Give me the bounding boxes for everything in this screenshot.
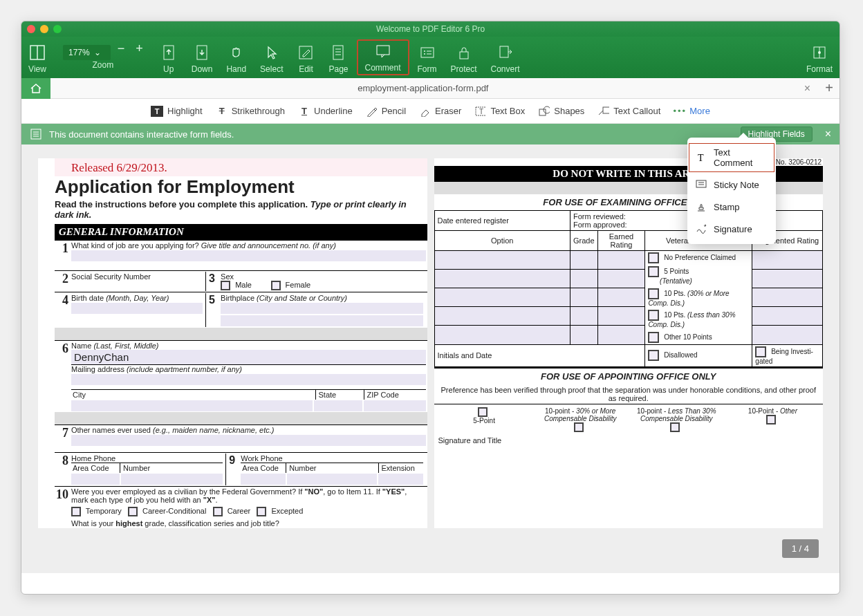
page-icon (329, 44, 347, 62)
form-button[interactable]: Form (411, 37, 444, 78)
edit-icon (297, 44, 315, 62)
convert-button[interactable]: Convert (484, 37, 527, 78)
male-checkbox[interactable] (221, 281, 230, 290)
p10b-cb[interactable] (670, 422, 680, 432)
eraser-tool[interactable]: Eraser (420, 106, 461, 117)
hand-button[interactable]: Hand (219, 37, 253, 78)
highlight-icon: T (151, 106, 163, 117)
svg-point-19 (818, 51, 821, 54)
tab-bar: employment-application-form.pdf × + (21, 78, 839, 99)
form-icon (418, 44, 436, 62)
zoom-in-button[interactable]: + (131, 41, 147, 56)
textbox-icon: T (475, 106, 486, 117)
close-banner-button[interactable]: × (819, 128, 831, 140)
pencil-icon (366, 106, 378, 117)
svg-point-23 (544, 106, 550, 113)
being-cb[interactable] (755, 346, 766, 357)
text-comment-item[interactable]: T Text Comment (687, 142, 776, 174)
format-icon (810, 44, 828, 62)
pencil-tool[interactable]: Pencil (366, 106, 406, 117)
callout-tool[interactable]: Text Callout (598, 106, 660, 117)
eraser-icon (420, 106, 431, 117)
career-cond-checkbox[interactable] (128, 507, 138, 516)
stamp-item[interactable]: Stamp (687, 196, 776, 218)
home-icon (30, 83, 42, 94)
window-title: Welcome to PDF Editor 6 Pro (21, 24, 839, 34)
doc-title: Application for Employment (38, 176, 427, 198)
p10a-cb[interactable] (574, 422, 584, 432)
general-info-header: GENERAL INFORMATION (55, 224, 427, 240)
document-icon (30, 129, 42, 140)
female-checkbox[interactable] (271, 281, 281, 290)
vp-other10[interactable] (648, 332, 659, 343)
signature-item[interactable]: Signature (687, 218, 776, 240)
svg-rect-10 (421, 48, 434, 57)
zoom-select[interactable]: 177%⌄ (63, 45, 111, 60)
tab-filename[interactable]: employment-application-form.pdf (50, 83, 796, 93)
more-tool[interactable]: •••More (674, 106, 710, 117)
stamp-icon (696, 201, 707, 212)
down-button[interactable]: Down (185, 37, 220, 78)
underline-tool[interactable]: TUnderline (299, 106, 353, 117)
career-checkbox[interactable] (213, 507, 223, 516)
textbox-tool[interactable]: TText Box (475, 106, 525, 117)
highlight-tool[interactable]: THighlight (151, 106, 203, 117)
page-down-icon (193, 44, 211, 62)
cursor-icon (263, 44, 281, 62)
shapes-icon (539, 106, 550, 117)
pref-text: Preference has been verified through pro… (434, 384, 824, 404)
protect-button[interactable]: Protect (444, 37, 484, 78)
signature-icon (696, 223, 707, 234)
zoom-label: Zoom (59, 60, 147, 70)
view-button[interactable]: View (21, 37, 53, 78)
view-icon (28, 44, 46, 62)
page-counter[interactable]: 1 / 4 (782, 539, 819, 558)
disallowed-cb[interactable] (648, 350, 659, 361)
page-button[interactable]: Page (322, 37, 355, 78)
vp-10pts-30[interactable] (648, 288, 659, 299)
vp-no-pref[interactable] (648, 252, 659, 263)
appointing-title: FOR USE OF APPOINTING OFFICE ONLY (434, 367, 824, 384)
svg-rect-24 (603, 107, 609, 113)
instructions: Read the instructions before you complet… (38, 198, 427, 224)
signature-row: Signature and Title (434, 435, 824, 446)
new-tab-button[interactable]: + (819, 80, 839, 96)
comment-icon (374, 42, 392, 60)
chevron-down-icon: ⌄ (94, 48, 101, 57)
lock-icon (455, 44, 473, 62)
up-button[interactable]: Up (153, 37, 185, 78)
app-window: Welcome to PDF Editor 6 Pro View 177%⌄ −… (21, 21, 840, 595)
convert-icon (497, 44, 514, 62)
select-button[interactable]: Select (253, 37, 290, 78)
name-field[interactable]: DennyChan (71, 350, 426, 364)
svg-rect-15 (460, 52, 468, 59)
page-left: Released 6/29/2013. Application for Empl… (38, 158, 427, 528)
zoom-out-button[interactable]: − (113, 41, 129, 56)
shapes-tool[interactable]: Shapes (539, 106, 584, 117)
annotation-toolbar: THighlight TStrikethrough TUnderline Pen… (21, 99, 839, 124)
released-date: Released 6/29/2013. (55, 158, 170, 176)
close-tab-button[interactable]: × (796, 82, 819, 95)
titlebar: Welcome to PDF Editor 6 Pro (21, 21, 839, 37)
vp-5pts[interactable] (648, 266, 659, 277)
vp-10pts-less[interactable] (648, 310, 659, 321)
edit-button[interactable]: Edit (290, 37, 322, 78)
svg-text:T: T (698, 153, 704, 163)
svg-rect-9 (377, 46, 389, 55)
excepted-checkbox[interactable] (257, 507, 266, 516)
text-comment-icon: T (696, 152, 707, 163)
svg-rect-16 (500, 46, 508, 57)
strikethrough-tool[interactable]: TStrikethrough (216, 106, 285, 117)
svg-rect-5 (333, 46, 343, 59)
home-button[interactable] (21, 78, 50, 99)
more-icon: ••• (674, 106, 685, 117)
temporary-checkbox[interactable] (71, 507, 81, 516)
format-button[interactable]: Format (799, 37, 839, 78)
p10c-cb[interactable] (766, 415, 776, 424)
sticky-note-item[interactable]: Sticky Note (687, 174, 776, 196)
more-dropdown: T Text Comment Sticky Note Stamp Signatu… (687, 138, 776, 244)
p5-cb[interactable] (478, 407, 488, 417)
svg-point-12 (424, 53, 425, 55)
comment-button[interactable]: Comment (357, 39, 409, 75)
banner-message: This document contains interactive form … (49, 129, 234, 140)
